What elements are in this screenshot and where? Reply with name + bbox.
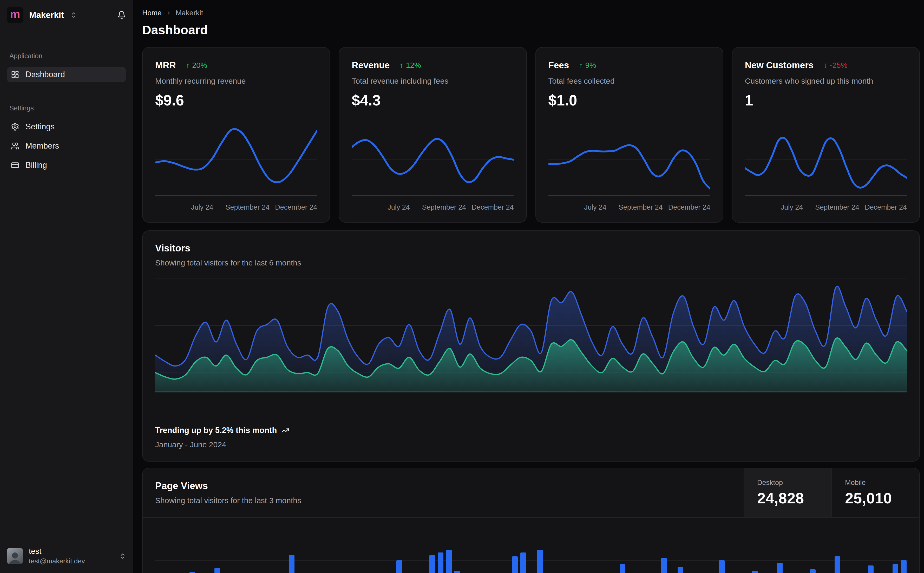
sidebar-item-label: Dashboard — [25, 70, 65, 79]
logo-letter: m — [10, 9, 20, 20]
notifications-bell-icon[interactable] — [117, 11, 126, 19]
arrow-down-icon: ↓ — [824, 61, 827, 70]
stat-value: 1 — [745, 92, 907, 109]
sidebar-item-members[interactable]: Members — [7, 138, 126, 154]
breadcrumb-home-link[interactable]: Home — [142, 9, 162, 17]
page-title: Dashboard — [142, 23, 920, 37]
visitors-area-chart — [155, 277, 907, 393]
credit-card-icon — [11, 161, 19, 169]
sidebar-item-label: Settings — [25, 122, 55, 132]
x-axis-labels: July 24September 24December 24 — [745, 201, 907, 213]
stat-title: Fees — [548, 60, 569, 70]
stat-value: $9.6 — [155, 92, 317, 109]
arrow-up-icon: ↑ — [579, 61, 583, 70]
toggle-desktop[interactable]: Desktop 24,828 — [744, 468, 831, 517]
chevron-right-icon — [166, 10, 171, 16]
sidebar-nav: Application Dashboard Settings Settings … — [7, 52, 126, 177]
stat-description: Total revenue including fees — [351, 77, 514, 85]
sidebar-item-billing[interactable]: Billing — [7, 157, 126, 173]
stat-description: Monthly recurring revenue — [155, 77, 317, 85]
page-views-title: Page Views — [155, 481, 301, 492]
stat-description: Customers who signed up this month — [745, 77, 907, 85]
sparkline-chart: July 24September 24December 24 — [351, 121, 514, 213]
brand-name: Makerkit — [29, 10, 64, 20]
sidebar-item-label: Billing — [25, 161, 47, 170]
stat-value: $1.0 — [548, 92, 711, 109]
sidebar-item-label: Members — [25, 141, 59, 151]
user-avatar — [7, 548, 23, 564]
page-views-bar-chart — [155, 524, 908, 573]
stat-card-new-customers: New Customers ↓-25% Customers who signed… — [732, 47, 920, 222]
x-axis-labels: July 24September 24December 24 — [548, 201, 711, 213]
trend-badge: ↑20% — [186, 61, 207, 70]
user-email: test@makerkit.dev — [29, 557, 85, 565]
users-icon — [11, 142, 19, 150]
layout-dashboard-icon — [11, 70, 19, 79]
user-name: test — [29, 547, 85, 556]
sidebar-item-dashboard[interactable]: Dashboard — [7, 67, 126, 82]
toggle-mobile[interactable]: Mobile 25,010 — [831, 468, 919, 517]
nav-section-application: Application — [7, 52, 126, 60]
visitors-trend-text: Trending up by 5.2% this month — [155, 426, 277, 435]
stat-value: $4.3 — [351, 92, 514, 109]
workspace-selector[interactable]: m Makerkit — [7, 7, 126, 23]
sidebar: m Makerkit Application Dashboard Setting… — [0, 0, 133, 573]
desktop-total: 24,828 — [757, 489, 819, 507]
stat-title: Revenue — [351, 60, 390, 70]
stat-card-mrr: MRR ↑20% Monthly recurring revenue $9.6 … — [142, 47, 330, 222]
sidebar-item-settings[interactable]: Settings — [7, 119, 126, 135]
arrow-up-icon: ↑ — [186, 61, 190, 70]
chevrons-up-down-icon — [119, 553, 126, 559]
sparkline-chart: July 24September 24December 24 — [548, 121, 711, 213]
sparkline-chart: July 24September 24December 24 — [745, 121, 907, 213]
stat-card-fees: Fees ↑9% Total fees collected $1.0 July … — [535, 47, 723, 222]
sparkline-chart: July 24September 24December 24 — [155, 121, 317, 213]
nav-section-settings: Settings — [7, 104, 126, 112]
visitors-card: Visitors Showing total visitors for the … — [142, 230, 920, 462]
chevrons-up-down-icon — [70, 12, 77, 19]
trend-badge: ↑9% — [579, 61, 596, 70]
user-menu-button[interactable]: test test@makerkit.dev — [7, 547, 126, 565]
stat-card-revenue: Revenue ↑12% Total revenue including fee… — [339, 47, 527, 222]
gear-icon — [11, 123, 19, 131]
trending-up-icon — [281, 426, 289, 434]
stat-description: Total fees collected — [548, 77, 711, 85]
visitors-subtitle: Showing total visitors for the last 6 mo… — [155, 258, 907, 267]
stat-title: MRR — [155, 60, 176, 70]
main-content: Home Makerkit Dashboard MRR ↑20% Monthly… — [134, 0, 924, 573]
breadcrumb-current: Makerkit — [176, 9, 203, 17]
visitors-date-range: January - June 2024 — [155, 440, 907, 449]
arrow-up-icon: ↑ — [400, 61, 403, 70]
x-axis-labels: July 24September 24December 24 — [351, 201, 514, 213]
makerkit-logo: m — [7, 7, 24, 23]
page-views-card: Page Views Showing total visitors for th… — [142, 468, 920, 573]
trend-badge: ↓-25% — [824, 61, 847, 70]
x-axis-labels: July 24September 24December 24 — [155, 201, 317, 213]
stat-cards-row: MRR ↑20% Monthly recurring revenue $9.6 … — [142, 47, 920, 222]
breadcrumb: Home Makerkit — [142, 9, 920, 17]
visitors-title: Visitors — [155, 243, 907, 254]
page-views-subtitle: Showing total visitors for the last 3 mo… — [155, 496, 301, 505]
page-views-header: Page Views Showing total visitors for th… — [143, 468, 919, 518]
trend-badge: ↑12% — [400, 61, 421, 70]
stat-title: New Customers — [745, 60, 814, 70]
mobile-total: 25,010 — [845, 489, 906, 507]
